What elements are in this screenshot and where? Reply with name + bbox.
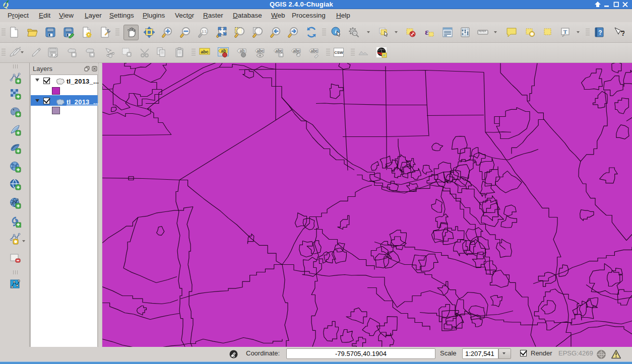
- svg-text:CSW: CSW: [334, 50, 343, 55]
- svg-text:abc: abc: [293, 48, 300, 53]
- svg-text:T: T: [563, 29, 567, 35]
- svg-text:abc: abc: [310, 48, 318, 53]
- svg-text:abc: abc: [201, 49, 209, 54]
- svg-text:abc: abc: [257, 48, 264, 53]
- svg-text:ε: ε: [425, 27, 428, 37]
- svg-text:1:1: 1:1: [202, 30, 207, 33]
- svg-text:?: ?: [598, 29, 602, 36]
- svg-text:?: ?: [621, 29, 624, 37]
